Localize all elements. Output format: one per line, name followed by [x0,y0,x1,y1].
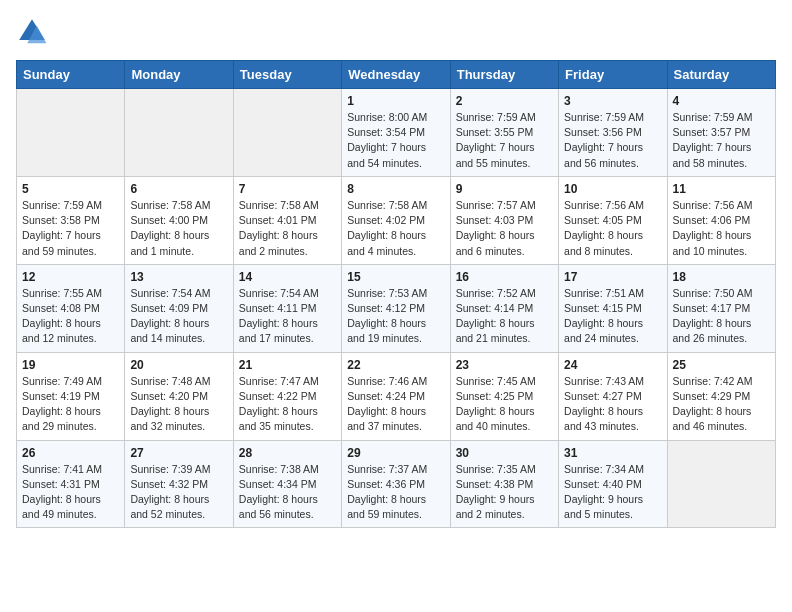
day-number: 6 [130,182,227,196]
logo [16,16,54,48]
day-number: 16 [456,270,553,284]
calendar-cell: 16Sunrise: 7:52 AM Sunset: 4:14 PM Dayli… [450,264,558,352]
calendar-cell: 22Sunrise: 7:46 AM Sunset: 4:24 PM Dayli… [342,352,450,440]
calendar-cell [125,89,233,177]
day-number: 20 [130,358,227,372]
day-number: 8 [347,182,444,196]
calendar-week-row: 26Sunrise: 7:41 AM Sunset: 4:31 PM Dayli… [17,440,776,528]
calendar-week-row: 1Sunrise: 8:00 AM Sunset: 3:54 PM Daylig… [17,89,776,177]
day-info: Sunrise: 7:41 AM Sunset: 4:31 PM Dayligh… [22,462,119,523]
calendar-cell: 18Sunrise: 7:50 AM Sunset: 4:17 PM Dayli… [667,264,775,352]
day-number: 2 [456,94,553,108]
day-number: 14 [239,270,336,284]
calendar-cell: 10Sunrise: 7:56 AM Sunset: 4:05 PM Dayli… [559,176,667,264]
day-number: 7 [239,182,336,196]
day-info: Sunrise: 7:58 AM Sunset: 4:01 PM Dayligh… [239,198,336,259]
calendar-cell: 4Sunrise: 7:59 AM Sunset: 3:57 PM Daylig… [667,89,775,177]
day-number: 5 [22,182,119,196]
calendar-cell: 2Sunrise: 7:59 AM Sunset: 3:55 PM Daylig… [450,89,558,177]
day-info: Sunrise: 7:53 AM Sunset: 4:12 PM Dayligh… [347,286,444,347]
day-number: 22 [347,358,444,372]
calendar-cell: 25Sunrise: 7:42 AM Sunset: 4:29 PM Dayli… [667,352,775,440]
calendar-cell: 6Sunrise: 7:58 AM Sunset: 4:00 PM Daylig… [125,176,233,264]
calendar-cell: 23Sunrise: 7:45 AM Sunset: 4:25 PM Dayli… [450,352,558,440]
calendar-cell [667,440,775,528]
day-info: Sunrise: 7:58 AM Sunset: 4:02 PM Dayligh… [347,198,444,259]
header-friday: Friday [559,61,667,89]
day-number: 12 [22,270,119,284]
day-number: 3 [564,94,661,108]
day-number: 31 [564,446,661,460]
day-number: 25 [673,358,770,372]
calendar-cell: 27Sunrise: 7:39 AM Sunset: 4:32 PM Dayli… [125,440,233,528]
calendar-cell: 20Sunrise: 7:48 AM Sunset: 4:20 PM Dayli… [125,352,233,440]
calendar-cell: 31Sunrise: 7:34 AM Sunset: 4:40 PM Dayli… [559,440,667,528]
header-thursday: Thursday [450,61,558,89]
day-number: 21 [239,358,336,372]
calendar-cell: 14Sunrise: 7:54 AM Sunset: 4:11 PM Dayli… [233,264,341,352]
day-info: Sunrise: 7:34 AM Sunset: 4:40 PM Dayligh… [564,462,661,523]
calendar-cell: 15Sunrise: 7:53 AM Sunset: 4:12 PM Dayli… [342,264,450,352]
calendar-cell: 26Sunrise: 7:41 AM Sunset: 4:31 PM Dayli… [17,440,125,528]
calendar-cell: 3Sunrise: 7:59 AM Sunset: 3:56 PM Daylig… [559,89,667,177]
day-number: 18 [673,270,770,284]
day-info: Sunrise: 7:47 AM Sunset: 4:22 PM Dayligh… [239,374,336,435]
day-info: Sunrise: 7:59 AM Sunset: 3:57 PM Dayligh… [673,110,770,171]
day-number: 26 [22,446,119,460]
day-info: Sunrise: 7:39 AM Sunset: 4:32 PM Dayligh… [130,462,227,523]
day-number: 28 [239,446,336,460]
day-info: Sunrise: 7:56 AM Sunset: 4:05 PM Dayligh… [564,198,661,259]
header-sunday: Sunday [17,61,125,89]
calendar-cell: 17Sunrise: 7:51 AM Sunset: 4:15 PM Dayli… [559,264,667,352]
day-info: Sunrise: 7:49 AM Sunset: 4:19 PM Dayligh… [22,374,119,435]
calendar-cell: 11Sunrise: 7:56 AM Sunset: 4:06 PM Dayli… [667,176,775,264]
day-info: Sunrise: 7:56 AM Sunset: 4:06 PM Dayligh… [673,198,770,259]
calendar-week-row: 19Sunrise: 7:49 AM Sunset: 4:19 PM Dayli… [17,352,776,440]
calendar-cell: 7Sunrise: 7:58 AM Sunset: 4:01 PM Daylig… [233,176,341,264]
calendar-cell: 12Sunrise: 7:55 AM Sunset: 4:08 PM Dayli… [17,264,125,352]
day-info: Sunrise: 7:38 AM Sunset: 4:34 PM Dayligh… [239,462,336,523]
day-info: Sunrise: 7:54 AM Sunset: 4:11 PM Dayligh… [239,286,336,347]
day-number: 11 [673,182,770,196]
calendar-cell: 1Sunrise: 8:00 AM Sunset: 3:54 PM Daylig… [342,89,450,177]
day-info: Sunrise: 7:45 AM Sunset: 4:25 PM Dayligh… [456,374,553,435]
calendar-cell: 13Sunrise: 7:54 AM Sunset: 4:09 PM Dayli… [125,264,233,352]
day-info: Sunrise: 7:55 AM Sunset: 4:08 PM Dayligh… [22,286,119,347]
day-number: 23 [456,358,553,372]
calendar-cell: 29Sunrise: 7:37 AM Sunset: 4:36 PM Dayli… [342,440,450,528]
day-number: 10 [564,182,661,196]
day-info: Sunrise: 7:48 AM Sunset: 4:20 PM Dayligh… [130,374,227,435]
day-info: Sunrise: 7:54 AM Sunset: 4:09 PM Dayligh… [130,286,227,347]
day-info: Sunrise: 7:43 AM Sunset: 4:27 PM Dayligh… [564,374,661,435]
day-info: Sunrise: 7:35 AM Sunset: 4:38 PM Dayligh… [456,462,553,523]
logo-icon [16,16,48,48]
day-number: 1 [347,94,444,108]
header-tuesday: Tuesday [233,61,341,89]
calendar-cell: 24Sunrise: 7:43 AM Sunset: 4:27 PM Dayli… [559,352,667,440]
calendar-header-row: SundayMondayTuesdayWednesdayThursdayFrid… [17,61,776,89]
day-info: Sunrise: 7:59 AM Sunset: 3:55 PM Dayligh… [456,110,553,171]
day-info: Sunrise: 7:46 AM Sunset: 4:24 PM Dayligh… [347,374,444,435]
calendar-cell: 30Sunrise: 7:35 AM Sunset: 4:38 PM Dayli… [450,440,558,528]
calendar-week-row: 5Sunrise: 7:59 AM Sunset: 3:58 PM Daylig… [17,176,776,264]
calendar-cell: 5Sunrise: 7:59 AM Sunset: 3:58 PM Daylig… [17,176,125,264]
calendar-cell: 9Sunrise: 7:57 AM Sunset: 4:03 PM Daylig… [450,176,558,264]
page-header [16,16,776,48]
calendar-cell: 21Sunrise: 7:47 AM Sunset: 4:22 PM Dayli… [233,352,341,440]
header-saturday: Saturday [667,61,775,89]
day-number: 9 [456,182,553,196]
day-info: Sunrise: 7:57 AM Sunset: 4:03 PM Dayligh… [456,198,553,259]
day-number: 30 [456,446,553,460]
calendar-table: SundayMondayTuesdayWednesdayThursdayFrid… [16,60,776,528]
day-number: 4 [673,94,770,108]
day-number: 29 [347,446,444,460]
day-info: Sunrise: 7:59 AM Sunset: 3:58 PM Dayligh… [22,198,119,259]
day-number: 17 [564,270,661,284]
day-info: Sunrise: 7:50 AM Sunset: 4:17 PM Dayligh… [673,286,770,347]
header-wednesday: Wednesday [342,61,450,89]
day-number: 27 [130,446,227,460]
day-info: Sunrise: 7:59 AM Sunset: 3:56 PM Dayligh… [564,110,661,171]
header-monday: Monday [125,61,233,89]
day-info: Sunrise: 7:42 AM Sunset: 4:29 PM Dayligh… [673,374,770,435]
calendar-cell: 8Sunrise: 7:58 AM Sunset: 4:02 PM Daylig… [342,176,450,264]
